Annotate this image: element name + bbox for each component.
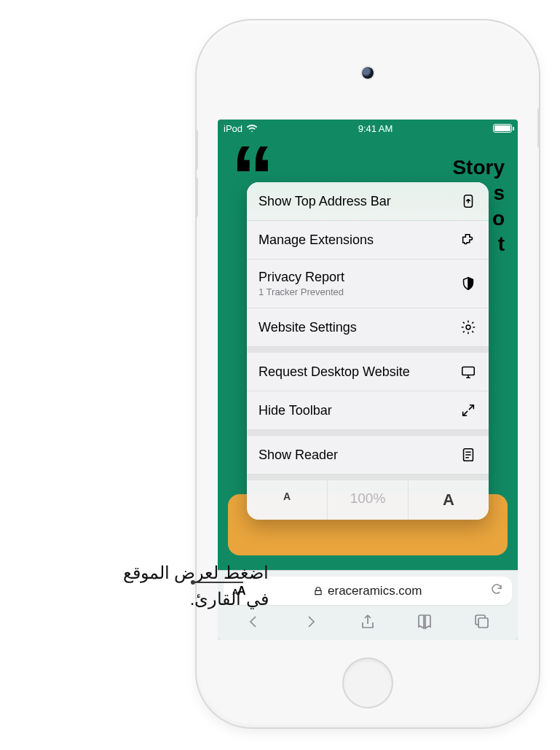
home-button[interactable] xyxy=(342,657,393,708)
menu-privacy-report[interactable]: Privacy Report 1 Tracker Prevented xyxy=(247,259,489,308)
callout-line: في القارئ. xyxy=(123,586,269,612)
puzzle-icon xyxy=(460,231,477,249)
menu-item-label: Privacy Report xyxy=(259,270,344,285)
battery-icon xyxy=(493,124,512,133)
menu-show-reader[interactable]: Show Reader xyxy=(247,430,489,474)
page-settings-menu: Show Top Address Bar Manage Extensions P… xyxy=(247,182,489,520)
front-camera xyxy=(362,67,374,79)
menu-request-desktop[interactable]: Request Desktop Website xyxy=(247,347,489,391)
svg-point-1 xyxy=(466,325,470,329)
volume-down-button xyxy=(197,177,198,217)
share-button[interactable] xyxy=(352,611,384,633)
menu-show-top-address-bar[interactable]: Show Top Address Bar xyxy=(247,182,489,221)
shield-icon xyxy=(460,275,477,292)
url-text: eraceramics.com xyxy=(328,584,422,598)
menu-hide-toolbar[interactable]: Hide Toolbar xyxy=(247,391,489,430)
url-display[interactable]: eraceramics.com xyxy=(253,584,483,598)
lock-icon xyxy=(313,586,323,596)
back-button[interactable] xyxy=(237,611,269,633)
ipod-device-frame: iPod 9:41 AM “ Story s o t Show Top Addr… xyxy=(197,20,539,727)
svg-rect-2 xyxy=(462,367,475,375)
bookmarks-button[interactable] xyxy=(409,611,441,633)
desktop-icon xyxy=(460,363,477,380)
headline-word: Story xyxy=(452,155,505,180)
reload-button[interactable] xyxy=(490,582,503,599)
menu-item-subtitle: 1 Tracker Prevented xyxy=(259,286,344,297)
menu-item-label: Manage Extensions xyxy=(259,233,374,248)
text-size-decrease[interactable]: A xyxy=(247,480,328,520)
menu-item-label: Request Desktop Website xyxy=(259,364,410,380)
tabs-button[interactable] xyxy=(466,611,498,633)
expand-icon xyxy=(460,402,477,419)
menu-website-settings[interactable]: Website Settings xyxy=(247,308,489,347)
menu-item-label: Hide Toolbar xyxy=(259,403,332,418)
volume-up-button xyxy=(197,130,198,170)
text-size-value: 100% xyxy=(328,480,409,520)
callout-leader-line xyxy=(191,582,243,583)
menu-item-label: Website Settings xyxy=(259,320,357,335)
gear-icon xyxy=(460,319,477,336)
clock: 9:41 AM xyxy=(358,123,393,134)
menu-manage-extensions[interactable]: Manage Extensions xyxy=(247,221,489,259)
reader-icon xyxy=(460,446,477,464)
text-size-increase[interactable]: A xyxy=(409,480,489,520)
menu-item-label: Show Top Address Bar xyxy=(259,194,391,209)
power-button xyxy=(537,108,539,148)
svg-rect-4 xyxy=(478,618,488,628)
text-size-row: A 100% A xyxy=(247,474,489,520)
menu-item-label: Show Reader xyxy=(259,448,338,463)
move-to-top-icon xyxy=(460,192,477,210)
callout-text: اضغط لعرض الموقع في القارئ. xyxy=(123,560,269,612)
forward-button[interactable] xyxy=(295,611,327,633)
